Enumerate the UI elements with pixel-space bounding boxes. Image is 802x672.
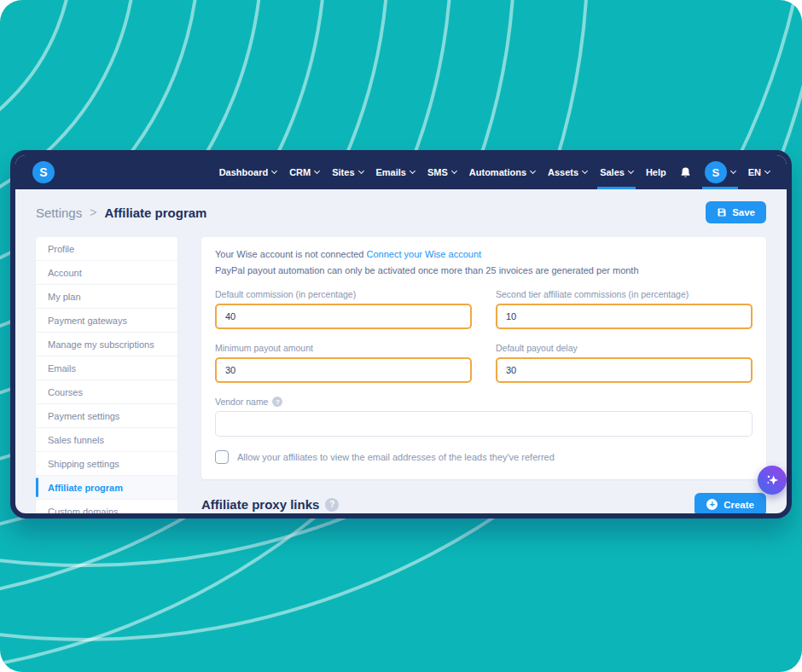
app-logo[interactable]: S	[32, 161, 55, 183]
commission-fields: Default commission (in percentage) Secon…	[215, 289, 753, 437]
second-tier-commission-label: Second tier affiliate commissions (in pe…	[496, 289, 753, 299]
nav-item-assets[interactable]: Assets	[548, 155, 587, 189]
chevron-down-icon	[357, 168, 363, 174]
notification-bell-icon[interactable]	[679, 155, 692, 189]
breadcrumb-separator: >	[90, 206, 96, 219]
user-avatar: S	[705, 161, 727, 183]
allow-email-visibility-label: Allow your affiliates to view the email …	[237, 452, 555, 462]
connect-wise-link[interactable]: Connect your Wise account	[367, 249, 482, 259]
nav-item-sales[interactable]: Sales	[600, 155, 633, 189]
vendor-name-field: Vendor name ?	[215, 397, 753, 437]
sparkle-icon	[764, 472, 781, 489]
page-title: Affiliate program	[104, 206, 206, 220]
sidebar-item-payment-settings[interactable]: Payment settings	[36, 404, 177, 428]
minimum-payout-field: Minimum payout amount	[215, 343, 472, 383]
allow-email-visibility-checkbox[interactable]	[215, 450, 229, 464]
chevron-down-icon	[271, 168, 277, 174]
save-button[interactable]: Save	[706, 201, 766, 223]
top-navbar: S Dashboard CRM Sites Emails SMS Automat…	[15, 155, 787, 189]
affiliate-proxy-links-title: Affiliate proxy links ?	[201, 497, 339, 512]
minimum-payout-label: Minimum payout amount	[215, 343, 472, 353]
breadcrumb: Settings > Affiliate program	[36, 206, 206, 220]
page-background: S Dashboard CRM Sites Emails SMS Automat…	[0, 0, 802, 672]
chevron-down-icon	[764, 168, 770, 174]
sidebar-item-shipping-settings[interactable]: Shipping settings	[36, 452, 177, 476]
second-tier-commission-input[interactable]	[496, 304, 753, 329]
sidebar-item-courses[interactable]: Courses	[36, 380, 177, 404]
default-commission-field: Default commission (in percentage)	[215, 289, 472, 329]
chevron-down-icon	[582, 168, 588, 174]
help-icon[interactable]: ?	[272, 397, 282, 407]
vendor-name-input[interactable]	[215, 411, 753, 437]
chevron-down-icon	[314, 168, 320, 174]
breadcrumb-settings[interactable]: Settings	[36, 206, 82, 220]
affiliate-settings-card: Your Wise account is not connected Conne…	[201, 237, 766, 479]
plus-icon: +	[706, 499, 718, 510]
chevron-down-icon	[730, 168, 736, 174]
affiliate-settings-main: Your Wise account is not connected Conne…	[201, 237, 766, 513]
default-commission-input[interactable]	[215, 304, 472, 329]
nav-item-dashboard[interactable]: Dashboard	[219, 155, 276, 189]
sidebar-item-custom-domains[interactable]: Custom domains	[36, 500, 177, 513]
floppy-disk-icon	[717, 207, 727, 217]
nav-item-crm[interactable]: CRM	[289, 155, 319, 189]
payout-delay-label: Default payout delay	[496, 343, 753, 353]
app-window: S Dashboard CRM Sites Emails SMS Automat…	[10, 150, 792, 518]
settings-body: Profile Account My plan Payment gateways…	[15, 234, 787, 513]
sidebar-item-affiliate-program[interactable]: Affiliate program	[36, 476, 177, 500]
bell-icon	[679, 166, 692, 179]
affiliate-emails-option: Allow your affiliates to view the email …	[215, 450, 753, 464]
chevron-down-icon	[410, 168, 416, 174]
payout-delay-field: Default payout delay	[496, 343, 753, 383]
sidebar-item-payment-gateways[interactable]: Payment gateways	[36, 309, 177, 333]
vendor-name-label: Vendor name ?	[215, 397, 753, 407]
app-window-inner: S Dashboard CRM Sites Emails SMS Automat…	[15, 155, 787, 513]
help-icon[interactable]: ?	[325, 498, 339, 512]
sidebar-item-profile[interactable]: Profile	[36, 237, 177, 261]
sidebar-item-account[interactable]: Account	[36, 261, 177, 285]
page-header: Settings > Affiliate program Save	[15, 189, 787, 234]
chevron-down-icon	[628, 168, 634, 174]
chevron-down-icon	[530, 168, 536, 174]
paypal-notice: PayPal payout automation can only be act…	[215, 265, 753, 275]
affiliate-proxy-links-section: Affiliate proxy links ? + Create	[201, 493, 766, 513]
nav-item-automations[interactable]: Automations	[469, 155, 535, 189]
language-selector[interactable]: EN	[748, 155, 770, 189]
nav-item-sms[interactable]: SMS	[427, 155, 456, 189]
default-commission-label: Default commission (in percentage)	[215, 289, 472, 299]
second-tier-commission-field: Second tier affiliate commissions (in pe…	[496, 289, 753, 329]
sidebar-item-manage-my-subscriptions[interactable]: Manage my subscriptions	[36, 333, 177, 356]
create-button[interactable]: + Create	[694, 493, 766, 513]
user-menu[interactable]: S	[705, 155, 735, 189]
chevron-down-icon	[451, 168, 457, 174]
sidebar-item-emails[interactable]: Emails	[36, 356, 177, 380]
nav-item-sites[interactable]: Sites	[332, 155, 363, 189]
nav-item-emails[interactable]: Emails	[376, 155, 415, 189]
payout-delay-input[interactable]	[496, 357, 753, 383]
ai-assistant-button[interactable]	[758, 466, 787, 495]
nav-menu: Dashboard CRM Sites Emails SMS Automatio…	[219, 155, 770, 189]
sidebar-item-my-plan[interactable]: My plan	[36, 285, 177, 309]
sidebar-item-sales-funnels[interactable]: Sales funnels	[36, 428, 177, 452]
nav-item-help[interactable]: Help	[646, 155, 666, 189]
minimum-payout-input[interactable]	[215, 357, 472, 383]
settings-sidebar: Profile Account My plan Payment gateways…	[36, 237, 177, 513]
wise-notice: Your Wise account is not connected Conne…	[215, 249, 753, 259]
